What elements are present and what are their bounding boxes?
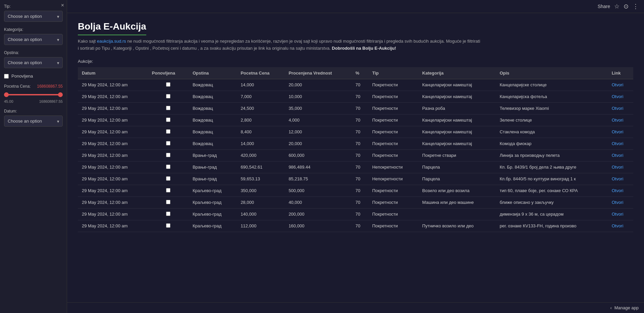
row-link[interactable]: Оtvori bbox=[612, 94, 624, 99]
tip-select[interactable]: Choose an option bbox=[4, 11, 63, 22]
row-link[interactable]: Оtvori bbox=[612, 106, 624, 111]
table-row: 29 May 2024, 12:00 amВождовац24,50035,00… bbox=[78, 102, 633, 114]
row-ponovljena-checkbox[interactable] bbox=[166, 129, 170, 134]
row-ponovljena-checkbox[interactable] bbox=[166, 118, 170, 122]
row-link[interactable]: Оtvori bbox=[612, 165, 624, 170]
cell-opstina: Врање-град bbox=[189, 173, 236, 185]
col-opstina[interactable]: Opstina bbox=[189, 67, 236, 79]
opstina-select[interactable]: Choose an option bbox=[4, 57, 63, 68]
row-ponovljena-checkbox[interactable] bbox=[166, 212, 170, 216]
row-ponovljena-checkbox[interactable] bbox=[166, 223, 170, 228]
cell-opstina: Краљево-град bbox=[189, 208, 236, 220]
row-ponovljena-checkbox[interactable] bbox=[166, 188, 170, 192]
cell-pocetna-cena: 28,000 bbox=[236, 196, 284, 208]
cell-opstina: Вождовац bbox=[189, 102, 236, 114]
col-link[interactable]: Link bbox=[608, 67, 633, 79]
col-percent[interactable]: % bbox=[352, 67, 368, 79]
cell-datum: 29 May 2024, 12:00 am bbox=[78, 220, 148, 232]
opstina-filter-group: Opstina: Choose an option bbox=[4, 50, 63, 68]
table-row: 29 May 2024, 12:00 amВрање-град59,653.13… bbox=[78, 173, 633, 185]
cell-opis: Телевизор марке Xiaomi bbox=[496, 102, 608, 114]
table-row: 29 May 2024, 12:00 amКраљево-град350,000… bbox=[78, 185, 633, 196]
cell-ponovljena bbox=[148, 126, 189, 138]
cell-ponovljena bbox=[148, 196, 189, 208]
row-link[interactable]: Оtvori bbox=[612, 176, 624, 181]
cell-datum: 29 May 2024, 12:00 am bbox=[78, 114, 148, 126]
row-ponovljena-checkbox[interactable] bbox=[166, 176, 170, 181]
manage-app-button[interactable]: Manage app bbox=[614, 305, 639, 310]
cell-datum: 29 May 2024, 12:00 am bbox=[78, 79, 148, 91]
cell-tip: Покретности bbox=[368, 102, 418, 114]
row-ponovljena-checkbox[interactable] bbox=[166, 94, 170, 98]
col-procenjena-vrednost[interactable]: Procenjena Vrednost bbox=[284, 67, 351, 79]
cell-opstina: Вождовац bbox=[189, 138, 236, 149]
kategorija-select[interactable]: Choose an option bbox=[4, 34, 63, 45]
row-link[interactable]: Оtvori bbox=[612, 153, 624, 158]
datum-select[interactable]: Choose an option bbox=[4, 116, 63, 127]
cell-ponovljena bbox=[148, 91, 189, 102]
cell-ponovljena bbox=[148, 149, 189, 161]
cell-tip: Покретности bbox=[368, 79, 418, 91]
cell-pocetna-cena: 420,000 bbox=[236, 149, 284, 161]
cell-tip: Покретности bbox=[368, 220, 418, 232]
row-ponovljena-checkbox[interactable] bbox=[166, 106, 170, 110]
cell-tip: Покретности bbox=[368, 149, 418, 161]
cell-ponovljena bbox=[148, 138, 189, 149]
cell-tip: Покретности bbox=[368, 91, 418, 102]
row-link[interactable]: Оtvori bbox=[612, 118, 624, 123]
row-ponovljena-checkbox[interactable] bbox=[166, 165, 170, 169]
cell-opstina: Врање-град bbox=[189, 149, 236, 161]
cell-link: Оtvori bbox=[608, 220, 633, 232]
row-ponovljena-checkbox[interactable] bbox=[166, 82, 170, 87]
opstini-text: Opstini bbox=[135, 46, 149, 51]
cell-datum: 29 May 2024, 12:00 am bbox=[78, 185, 148, 196]
col-datum[interactable]: Datum bbox=[78, 67, 148, 79]
cell-opis: Кп. Бр. 8439/1 број дела 2 њива друге bbox=[496, 161, 608, 173]
cell-pocetna-cena: 8,400 bbox=[236, 126, 284, 138]
row-link[interactable]: Оtvori bbox=[612, 212, 624, 217]
cell-pocetna-cena: 350,000 bbox=[236, 185, 284, 196]
row-link[interactable]: Оtvori bbox=[612, 223, 624, 228]
col-tip[interactable]: Tip bbox=[368, 67, 418, 79]
cell-procenjena-vrednost: 986,489.44 bbox=[284, 161, 351, 173]
github-icon[interactable]: ⊙ bbox=[624, 3, 629, 10]
cell-datum: 29 May 2024, 12:00 am bbox=[78, 161, 148, 173]
bottombar: ‹ Manage app bbox=[67, 302, 644, 313]
col-opis[interactable]: Opis bbox=[496, 67, 608, 79]
ceni-text: Početnoj ceni bbox=[153, 46, 179, 51]
close-button[interactable]: × bbox=[61, 3, 64, 8]
row-link[interactable]: Оtvori bbox=[612, 188, 624, 193]
row-ponovljena-checkbox[interactable] bbox=[166, 141, 170, 145]
row-ponovljena-checkbox[interactable] bbox=[166, 200, 170, 204]
menu-icon[interactable]: ⋮ bbox=[633, 3, 639, 10]
aukcije-label: Aukcije: bbox=[78, 59, 633, 64]
col-pocetna-cena[interactable]: Pocetna Cena bbox=[236, 67, 284, 79]
cell-opis: рег. ознаке КV133-FH, година произво bbox=[496, 220, 608, 232]
col-ponovljena[interactable]: Ponovljena bbox=[148, 67, 189, 79]
table-wrapper: Datum Ponovljena Opstina Pocetna Cena Pr… bbox=[78, 67, 633, 232]
cell-link: Оtvori bbox=[608, 149, 633, 161]
cell-pocetna-cena: 2,800 bbox=[236, 114, 284, 126]
eaukcija-link[interactable]: eaukcija.sud.rs bbox=[97, 39, 126, 44]
range-fill bbox=[4, 94, 63, 95]
row-link[interactable]: Оtvori bbox=[612, 200, 624, 205]
cell-procenjena-vrednost: 40,000 bbox=[284, 196, 351, 208]
price-range-slider[interactable] bbox=[4, 91, 63, 98]
row-ponovljena-checkbox[interactable] bbox=[166, 153, 170, 157]
cell-link: Оtvori bbox=[608, 196, 633, 208]
cell-ponovljena bbox=[148, 220, 189, 232]
cell-link: Оtvori bbox=[608, 208, 633, 220]
star-icon[interactable]: ☆ bbox=[614, 3, 620, 10]
back-button[interactable]: ‹ bbox=[610, 305, 611, 310]
welcome-text: Dobrodošli na Bolju E-Aukciju! bbox=[332, 46, 396, 51]
row-link[interactable]: Оtvori bbox=[612, 82, 624, 87]
col-kategorija[interactable]: Kategorija bbox=[418, 67, 496, 79]
cell-kategorija: Канцеларијски намештај bbox=[418, 126, 496, 138]
kategoriji-text: Kategoriji bbox=[113, 46, 131, 51]
row-link[interactable]: Оtvori bbox=[612, 141, 624, 146]
ponovljena-checkbox[interactable] bbox=[4, 74, 9, 79]
row-link[interactable]: Оtvori bbox=[612, 129, 624, 134]
share-button[interactable]: Share bbox=[598, 4, 610, 9]
cell-procenjena-vrednost: 85,218.75 bbox=[284, 173, 351, 185]
cell-link: Оtvori bbox=[608, 185, 633, 196]
